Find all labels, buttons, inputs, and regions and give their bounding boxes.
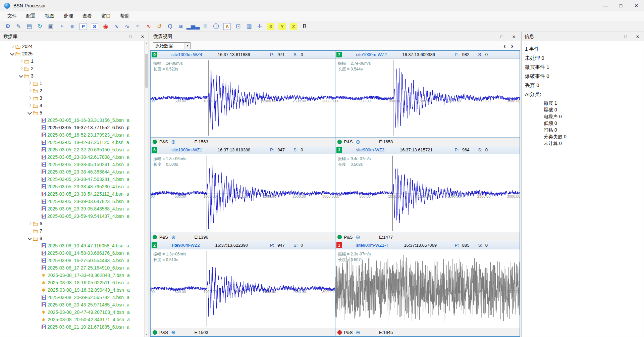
tree-file-label[interactable]: 2025-03-05_23-39-03.647823_5.bsna xyxy=(47,199,129,204)
ps-toggle-label[interactable]: P&S xyxy=(344,139,353,144)
tree-file-label[interactable]: 2025-03-08_20-50-42.343171_4.bsna xyxy=(48,317,130,322)
dropdown-arrow-icon[interactable]: ▼ xyxy=(184,43,190,49)
info-icon[interactable]: ⓘ xyxy=(211,22,221,31)
tree-file-label[interactable]: 2025-03-05_23-38-46.355844_4.bsna xyxy=(47,169,129,175)
tree-file-label[interactable]: 2025-03-08_16-27-50.554443_4.bsna xyxy=(47,258,129,263)
tree-row[interactable]: 5 xyxy=(0,109,149,116)
tree-folder-label[interactable]: 2025 xyxy=(22,51,33,56)
minimize-button[interactable]: — xyxy=(598,0,613,11)
tree-folder-label[interactable]: 1 xyxy=(31,58,34,64)
tree-row[interactable]: ✱2025-03-08_20-50-42.343171_4.bsna xyxy=(0,316,149,323)
scroll-down-icon[interactable]: ▼ xyxy=(145,332,149,337)
refresh-icon[interactable]: ↻ xyxy=(35,22,45,31)
tree-row[interactable]: 3 xyxy=(0,94,149,102)
tree-row[interactable]: 2025-03-05_23-38-45.150241_4.bsna xyxy=(0,161,149,168)
close-button[interactable]: ✕ xyxy=(629,0,644,11)
tree-row[interactable]: 4 xyxy=(0,102,149,109)
tree-folder-label[interactable]: 3 xyxy=(40,95,42,101)
tree-row[interactable]: 2025-03-08_16-27-50.554443_4.bsna xyxy=(0,257,149,264)
zoom-in-icon[interactable]: ⊕ xyxy=(356,234,360,240)
expand-arrow-icon[interactable] xyxy=(27,96,32,100)
zoom-in-icon[interactable]: ⊕ xyxy=(171,139,175,145)
tree-folder-label[interactable]: 1 xyxy=(40,81,42,86)
expand-arrow-icon[interactable] xyxy=(27,88,32,93)
tree-folder-label[interactable]: 2024 xyxy=(22,44,33,49)
tree-row[interactable]: 2025-03-05_23-38-47.563281_4.bsna xyxy=(0,176,149,183)
data-source-dropdown[interactable]: 原始数据 ▼ xyxy=(153,42,191,49)
tree-row[interactable]: 2025-03-05_16-16-33.313156_5.bsna xyxy=(0,116,149,124)
q-filter-icon[interactable]: Q xyxy=(165,22,175,31)
tree-folder-label[interactable]: 8 xyxy=(40,236,42,241)
tree-row[interactable]: ✱2025-03-08_17-33-48.362848_7.bsna xyxy=(0,272,149,279)
tree-file-label[interactable]: 2025-03-08_21-10-21.671835_6.bsna xyxy=(47,324,129,330)
tree-file-label[interactable]: 2025-03-08_20-39-52.565782_4.bsna xyxy=(47,295,129,300)
site-name[interactable]: site1000m-WZ2 xyxy=(356,52,387,57)
bold-button[interactable]: B xyxy=(300,22,310,31)
ps-toggle-label[interactable]: P&S xyxy=(159,235,168,240)
ps-toggle-label[interactable]: P&S xyxy=(159,330,168,335)
tree-folder-label[interactable]: 5 xyxy=(40,110,42,115)
settings-icon[interactable]: ⚙ xyxy=(3,22,13,31)
expand-arrow-icon[interactable] xyxy=(18,59,23,63)
tree-folder-label[interactable]: 7 xyxy=(40,228,42,234)
tree-row[interactable]: 2025-03-08_17-27-25.154910_6.bsna xyxy=(0,264,149,272)
zoom-in-icon[interactable]: ⊕ xyxy=(356,329,360,336)
tree-row[interactable]: 7 xyxy=(0,227,149,235)
ps-toggle-label[interactable]: P&S xyxy=(344,235,353,240)
tree-row[interactable]: 2025-03-05_23-38-54.225112_4.bsna xyxy=(0,190,149,198)
tree-row[interactable]: ✱2025-03-08_20-47-49.207103_4.bsna xyxy=(0,308,149,316)
zoom-in-icon[interactable]: ⊕ xyxy=(171,234,175,240)
menu-item[interactable]: 查看 xyxy=(78,11,97,21)
power-icon[interactable]: ◔ xyxy=(56,22,66,31)
site-name[interactable]: site900m-WZ2 xyxy=(171,243,200,248)
page-icon[interactable]: ▥ xyxy=(244,22,254,31)
waveform-plot[interactable]: 00500.001000.001500.002000.002500.003000… xyxy=(151,249,335,328)
database-icon[interactable]: ≡ xyxy=(67,22,77,31)
tree-file-label[interactable]: 2025-03-05_23-38-48.795230_4.bsna xyxy=(47,184,129,189)
tree-folder-label[interactable]: 2 xyxy=(40,88,42,93)
tree-file-label[interactable]: 2025-03-08_17-27-25.154910_6.bsna xyxy=(47,265,129,271)
panel-close-button[interactable]: ✕ xyxy=(632,32,644,41)
waveform-plot[interactable]: 00500.001000.001500.002000.002500.003000… xyxy=(151,154,335,233)
z-axis-button[interactable]: Z xyxy=(290,23,297,30)
tree-file-label[interactable]: 2025-03-08_20-47-49.207103_4.bsna xyxy=(48,309,130,315)
panel-close-button[interactable]: ✕ xyxy=(137,32,149,41)
tree-file-label[interactable]: 2025-03-05_23-38-45.150241_4.bsna xyxy=(47,162,129,167)
tree-row[interactable]: 2 xyxy=(0,65,149,72)
s-phase-button[interactable]: S xyxy=(91,23,98,30)
p-phase-button[interactable]: P xyxy=(79,23,87,30)
site-name[interactable]: site900m-WZ3 xyxy=(356,147,385,152)
tree-row[interactable]: 1 xyxy=(0,80,149,87)
tree-row[interactable]: ✱2025-03-08_19-16-32.899449_4.bsna xyxy=(0,286,149,294)
menu-item[interactable]: 视图 xyxy=(40,11,59,21)
expand-arrow-icon[interactable] xyxy=(27,81,32,86)
tree-row[interactable]: 2025-03-08_14-58-03.686176_6.bsna xyxy=(0,249,149,257)
tree-row[interactable]: ✱2025-03-08_18-16-05.022511_6.bsna xyxy=(0,279,149,286)
tree-file-label[interactable]: 2025-03-08_18-16-05.022511_6.bsna xyxy=(48,280,129,285)
panel-close-button[interactable]: ✕ xyxy=(508,32,520,41)
tree-file-label[interactable]: 2025-03-08_10-49-47.116058_4.bsna xyxy=(47,243,129,248)
tree-scrollbar[interactable]: ▲ ▼ xyxy=(144,41,149,337)
tree-row[interactable]: 2025-03-08_10-49-47.116058_4.bsna xyxy=(0,242,149,249)
ps-toggle-label[interactable]: P&S xyxy=(344,330,353,335)
tree-row[interactable]: 2025-03-05_23-38-48.795230_4.bsna xyxy=(0,183,149,190)
baseline-icon[interactable]: ≋ xyxy=(176,22,186,31)
save-icon[interactable]: ▣ xyxy=(46,22,56,31)
list-icon[interactable]: ≣ xyxy=(200,22,210,31)
tree-file-label[interactable]: 2025-03-05_22-32-20.635150_5.bsna xyxy=(47,147,129,152)
waveform-plot[interactable]: 00500.001000.001500.002000.002500.003000… xyxy=(151,59,335,137)
collapse-arrow-icon[interactable] xyxy=(27,236,32,241)
tree-folder-label[interactable]: 4 xyxy=(40,103,42,108)
waveform-red-icon[interactable]: ∿ xyxy=(144,22,154,31)
copy-icon[interactable]: ▤ xyxy=(24,22,34,31)
font-button[interactable]: A xyxy=(223,23,231,30)
prev-event-button[interactable]: ‹ xyxy=(503,43,505,49)
tree-file-label[interactable]: 2025-03-05_18-42-37.251125_4.bsna xyxy=(47,140,129,145)
tree-row[interactable]: 2025-03-08_21-10-21.671835_6.bsna xyxy=(0,323,149,331)
tree-row[interactable]: 2025-03-05_23-59-49.541437_4.bsna xyxy=(0,212,149,220)
expand-arrow-icon[interactable] xyxy=(10,44,14,49)
tree-file-label[interactable]: 2025-03-05_23-59-49.541437_4.bsna xyxy=(47,213,129,219)
tree-file-label[interactable]: 2025-03-05_23-38-47.563281_4.bsna xyxy=(47,177,129,182)
collapse-arrow-icon[interactable] xyxy=(27,110,32,115)
tree-row[interactable]: 3 xyxy=(0,72,149,80)
